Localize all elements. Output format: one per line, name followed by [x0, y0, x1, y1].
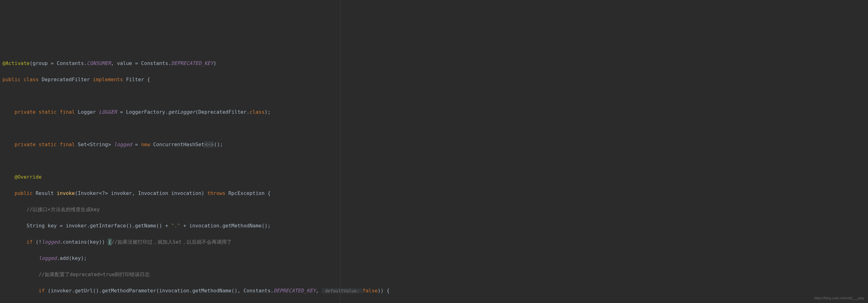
code-line-6[interactable]: private static final Set<String> logged …: [0, 141, 868, 149]
annotation-override: @Override: [15, 174, 42, 180]
field-logged: logged: [114, 141, 132, 147]
code-line-15[interactable]: if (invoker.getUrl().getMethodParameter(…: [0, 287, 868, 295]
vertical-ruler: [340, 0, 341, 303]
code-line-5[interactable]: [0, 124, 868, 132]
code-line-12[interactable]: if (!logged.contains(key)) {//如果没被打印过，就加…: [0, 238, 868, 246]
code-editor[interactable]: @Activate(group = Constants.CONSUMER, va…: [0, 51, 868, 303]
code-line-7[interactable]: [0, 157, 868, 165]
comment: //以接口+方法名的维度生成key: [27, 206, 100, 212]
code-line-3[interactable]: [0, 92, 868, 100]
code-line-1[interactable]: @Activate(group = Constants.CONSUMER, va…: [0, 59, 868, 67]
code-line-2[interactable]: public class DeprecatedFilter implements…: [0, 76, 868, 84]
matching-brace-open: {: [108, 239, 112, 245]
code-line-4[interactable]: private static final Logger LOGGER = Log…: [0, 108, 868, 116]
code-line-13[interactable]: logged.add(key);: [0, 254, 868, 262]
code-line-8[interactable]: @Override: [0, 173, 868, 181]
code-line-10[interactable]: //以接口+方法名的维度生成key: [0, 206, 868, 214]
code-line-14[interactable]: //如果配置了deprecated=true则打印错误日志: [0, 271, 868, 279]
code-line-9[interactable]: public Result invoke(Invoker<?> invoker,…: [0, 189, 868, 197]
diamond-hint: <~>: [204, 141, 214, 147]
comment: //如果没被打印过，就加入Set，以后就不会再调用了: [112, 239, 232, 245]
field-logger: LOGGER: [99, 109, 117, 115]
code-line-11[interactable]: String key = invoker.getInterface().getN…: [0, 222, 868, 230]
constant-deprecated-key: DEPRECATED_KEY: [171, 60, 213, 66]
annotation-activate: @Activate: [2, 60, 30, 66]
param-hint-defaultvalue: defaultValue:: [322, 288, 362, 293]
comment: //如果配置了deprecated=true则打印错误日志: [39, 271, 150, 277]
method-invoke: invoke: [57, 190, 75, 196]
constant-consumer: CONSUMER: [87, 60, 111, 66]
watermark: https://blog.csdn.net/cold___play: [814, 296, 864, 301]
